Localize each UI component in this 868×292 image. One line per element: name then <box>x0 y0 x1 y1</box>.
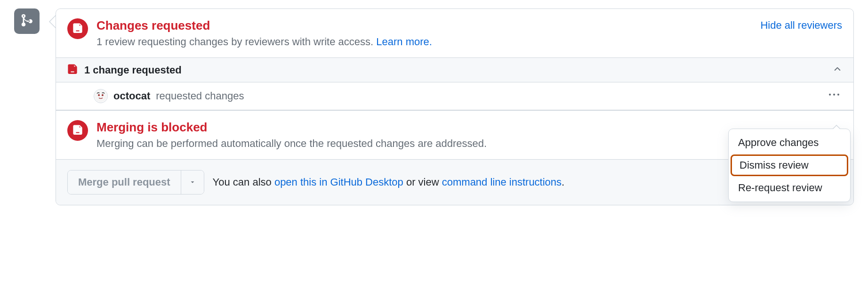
open-github-desktop-link[interactable]: open this in GitHub Desktop <box>274 176 403 188</box>
status-circle <box>67 18 88 39</box>
re-request-review-item[interactable]: Re-request review <box>729 177 850 199</box>
footer-help-text: You can also open this in GitHub Desktop… <box>213 176 565 188</box>
subtext-prefix: 1 review requesting changes by reviewers… <box>96 36 376 48</box>
change-requested-count: 1 change requested <box>84 64 182 76</box>
reviewer-status-text: requested changes <box>156 90 244 102</box>
changes-requested-subtext: 1 review requesting changes by reviewers… <box>96 36 432 48</box>
file-diff-icon <box>72 23 83 35</box>
merge-button-group: Merge pull request <box>67 170 204 195</box>
chevron-up-icon[interactable] <box>833 64 842 76</box>
changes-requested-body: Changes requested 1 review requesting ch… <box>96 18 432 48</box>
changes-requested-section: Changes requested 1 review requesting ch… <box>56 9 853 58</box>
panel-arrow <box>49 15 56 28</box>
merging-blocked-subtext: Merging can be performed automatically o… <box>96 138 487 150</box>
learn-more-link[interactable]: Learn more. <box>376 36 432 48</box>
merge-dropdown-caret[interactable] <box>181 170 204 194</box>
git-merge-icon <box>20 13 34 30</box>
reviewer-username[interactable]: octocat <box>113 90 150 102</box>
merging-blocked-title: Merging is blocked <box>96 120 487 135</box>
change-requested-header[interactable]: 1 change requested <box>56 58 853 82</box>
file-diff-icon <box>72 124 83 137</box>
svg-point-2 <box>102 94 104 96</box>
svg-point-0 <box>95 90 107 102</box>
kebab-menu-icon[interactable] <box>826 87 842 105</box>
file-diff-icon <box>67 64 78 76</box>
status-circle <box>67 120 88 141</box>
merge-status-panel: Changes requested 1 review requesting ch… <box>56 8 854 205</box>
footer-text-prefix: You can also <box>213 176 274 188</box>
merge-pull-request-button[interactable]: Merge pull request <box>68 170 181 194</box>
review-actions-dropdown: Approve changes Dismiss review Re-reques… <box>728 129 851 202</box>
dismiss-review-item[interactable]: Dismiss review <box>731 154 848 176</box>
hide-all-reviewers-link[interactable]: Hide all reviewers <box>760 19 842 32</box>
footer-text-suffix: . <box>562 176 564 188</box>
changes-requested-title: Changes requested <box>96 18 432 33</box>
footer-text-middle: or view <box>403 176 442 188</box>
command-line-instructions-link[interactable]: command line instructions <box>442 176 562 188</box>
svg-point-1 <box>98 94 100 96</box>
merging-blocked-body: Merging is blocked Merging can be perfor… <box>96 120 487 150</box>
avatar[interactable] <box>94 89 108 103</box>
caret-down-icon <box>189 178 196 187</box>
reviewer-row: octocat requested changes <box>56 82 853 111</box>
approve-changes-item[interactable]: Approve changes <box>729 132 850 154</box>
git-merge-timeline-badge <box>14 8 40 34</box>
